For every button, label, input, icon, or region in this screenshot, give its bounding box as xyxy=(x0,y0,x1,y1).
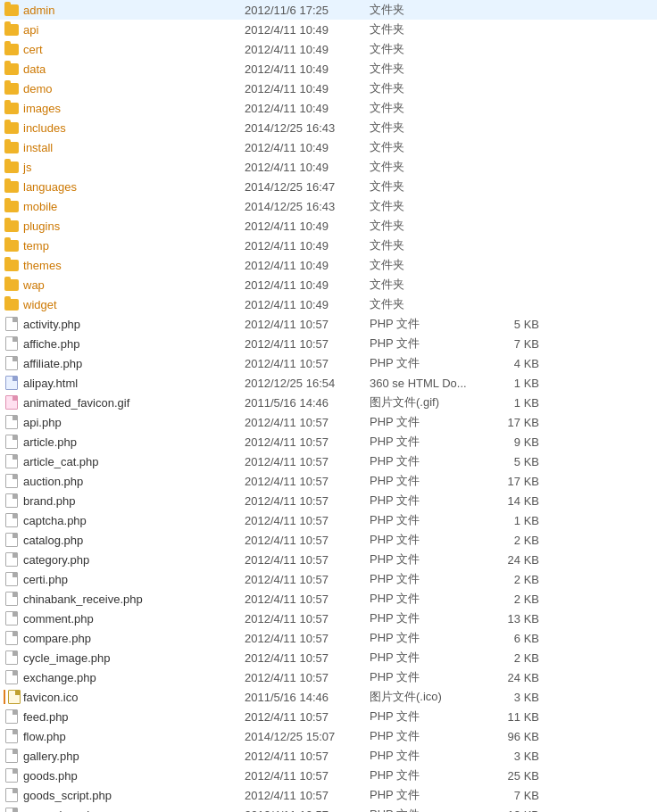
file-size: 14 KB xyxy=(477,494,548,508)
file-size: 1 KB xyxy=(477,514,548,527)
file-type: PHP 文件 xyxy=(370,512,477,528)
file-icon xyxy=(4,434,20,450)
file-icon xyxy=(4,551,20,568)
list-item[interactable]: gallery.php 2012/4/11 10:57 PHP 文件 3 KB xyxy=(0,746,657,766)
list-item[interactable]: comment.php 2012/4/11 10:57 PHP 文件 13 KB xyxy=(0,609,657,628)
file-date: 2012/4/11 10:57 xyxy=(245,357,370,370)
list-item[interactable]: api.php 2012/4/11 10:57 PHP 文件 17 KB xyxy=(0,412,657,432)
file-icon xyxy=(4,2,20,18)
file-date: 2012/4/11 10:49 xyxy=(245,259,370,272)
list-item[interactable]: includes 2014/12/25 16:43 文件夹 xyxy=(0,118,657,137)
file-icon xyxy=(4,257,20,273)
list-item[interactable]: flow.php 2014/12/25 15:07 PHP 文件 96 KB xyxy=(0,726,657,746)
file-size: 2 KB xyxy=(477,534,548,547)
list-item[interactable]: category.php 2012/4/11 10:57 PHP 文件 24 K… xyxy=(0,550,657,569)
list-item[interactable]: widget 2012/4/11 10:49 文件夹 xyxy=(0,294,657,314)
file-date: 2012/4/11 10:57 xyxy=(245,612,370,626)
list-item[interactable]: certi.php 2012/4/11 10:57 PHP 文件 2 KB xyxy=(0,569,657,589)
list-item[interactable]: mobile 2014/12/25 16:43 文件夹 xyxy=(0,196,657,216)
file-type: PHP 文件 xyxy=(370,650,477,666)
file-date: 2012/4/11 10:57 xyxy=(245,494,370,508)
list-item[interactable]: chinabank_receive.php 2012/4/11 10:57 PH… xyxy=(0,589,657,609)
list-item[interactable]: demo 2012/4/11 10:49 文件夹 xyxy=(0,79,657,98)
list-item[interactable]: catalog.php 2012/4/11 10:57 PHP 文件 2 KB xyxy=(0,530,657,550)
list-item[interactable]: languages 2014/12/25 16:47 文件夹 xyxy=(0,177,657,196)
list-item[interactable]: goods.php 2012/4/11 10:57 PHP 文件 25 KB xyxy=(0,766,657,785)
list-item[interactable]: favicon.ico 2011/5/16 14:46 图片文件(.ico) 3… xyxy=(0,687,657,707)
file-date: 2012/4/11 10:57 xyxy=(245,632,370,645)
list-item[interactable]: temp 2012/4/11 10:49 文件夹 xyxy=(0,236,657,255)
file-date: 2012/4/11 10:57 xyxy=(245,710,370,724)
file-size: 5 KB xyxy=(477,455,548,468)
file-size: 17 KB xyxy=(477,416,548,429)
list-item[interactable]: animated_favicon.gif 2011/5/16 14:46 图片文… xyxy=(0,393,657,412)
file-size: 3 KB xyxy=(477,691,548,704)
list-item[interactable]: admin 2012/11/6 17:25 文件夹 xyxy=(0,0,657,20)
list-item[interactable]: affiliate.php 2012/4/11 10:57 PHP 文件 4 K… xyxy=(0,353,657,373)
file-icon xyxy=(4,41,20,57)
file-date: 2012/4/11 10:57 xyxy=(245,455,370,468)
file-date: 2012/4/11 10:49 xyxy=(245,298,370,311)
list-item[interactable]: feed.php 2012/4/11 10:57 PHP 文件 11 KB xyxy=(0,707,657,726)
file-icon xyxy=(4,787,20,803)
file-type: 文件夹 xyxy=(370,296,477,312)
list-item[interactable]: captcha.php 2012/4/11 10:57 PHP 文件 1 KB xyxy=(0,510,657,530)
file-date: 2012/4/11 10:57 xyxy=(245,789,370,802)
file-icon xyxy=(4,159,20,175)
file-date: 2014/12/25 16:43 xyxy=(245,200,370,213)
list-item[interactable]: wap 2012/4/11 10:49 文件夹 xyxy=(0,275,657,294)
list-item[interactable]: affiche.php 2012/4/11 10:57 PHP 文件 7 KB xyxy=(0,334,657,353)
file-name: api xyxy=(4,21,245,37)
file-type: 文件夹 xyxy=(370,277,477,293)
file-date: 2012/4/11 10:49 xyxy=(245,278,370,292)
file-size: 13 KB xyxy=(477,612,548,626)
file-date: 2012/4/11 10:49 xyxy=(245,43,370,56)
file-name: gallery.php xyxy=(4,748,245,764)
list-item[interactable]: images 2012/4/11 10:49 文件夹 xyxy=(0,98,657,118)
list-item[interactable]: exchange.php 2012/4/11 10:57 PHP 文件 24 K… xyxy=(0,667,657,687)
file-type: PHP 文件 xyxy=(370,316,477,332)
file-icon xyxy=(4,767,20,783)
file-icon xyxy=(4,21,20,37)
list-item[interactable]: brand.php 2012/4/11 10:57 PHP 文件 14 KB xyxy=(0,491,657,510)
file-size: 1 KB xyxy=(477,396,548,410)
list-item[interactable]: install 2012/4/11 10:49 文件夹 xyxy=(0,137,657,157)
list-item[interactable]: themes 2012/4/11 10:49 文件夹 xyxy=(0,255,657,275)
list-item[interactable]: article.php 2012/4/11 10:57 PHP 文件 9 KB xyxy=(0,432,657,452)
file-date: 2012/4/11 10:57 xyxy=(245,750,370,763)
list-item[interactable]: data 2012/4/11 10:49 文件夹 xyxy=(0,59,657,79)
file-name: affiche.php xyxy=(4,336,245,352)
list-item[interactable]: plugins 2012/4/11 10:49 文件夹 xyxy=(0,216,657,236)
file-date: 2012/4/11 10:57 xyxy=(245,808,370,813)
file-icon xyxy=(4,61,20,77)
list-item[interactable]: js 2012/4/11 10:49 文件夹 xyxy=(0,157,657,177)
list-item[interactable]: api 2012/4/11 10:49 文件夹 xyxy=(0,20,657,39)
list-item[interactable]: cycle_image.php 2012/4/11 10:57 PHP 文件 2… xyxy=(0,648,657,667)
file-name: languages xyxy=(4,178,245,195)
file-type: PHP 文件 xyxy=(370,610,477,626)
file-name: themes xyxy=(4,257,245,273)
file-name: article.php xyxy=(4,434,245,450)
file-icon xyxy=(4,532,20,548)
file-type: PHP 文件 xyxy=(370,336,477,352)
file-type: 文件夹 xyxy=(370,178,477,195)
list-item[interactable]: goods_script.php 2012/4/11 10:57 PHP 文件 … xyxy=(0,785,657,805)
file-type: PHP 文件 xyxy=(370,708,477,725)
file-type: PHP 文件 xyxy=(370,669,477,685)
list-item[interactable]: compare.php 2012/4/11 10:57 PHP 文件 6 KB xyxy=(0,628,657,648)
file-icon xyxy=(4,120,20,136)
file-icon xyxy=(4,473,20,489)
file-type: 文件夹 xyxy=(370,21,477,37)
list-item[interactable]: activity.php 2012/4/11 10:57 PHP 文件 5 KB xyxy=(0,314,657,334)
list-item[interactable]: alipay.html 2012/12/25 16:54 360 se HTML… xyxy=(0,373,657,393)
file-name: wap xyxy=(4,277,245,293)
file-size: 7 KB xyxy=(477,789,548,802)
file-type: 360 se HTML Do... xyxy=(370,377,477,390)
list-item[interactable]: auction.php 2012/4/11 10:57 PHP 文件 17 KB xyxy=(0,471,657,491)
list-item[interactable]: cert 2012/4/11 10:49 文件夹 xyxy=(0,39,657,59)
file-type: PHP 文件 xyxy=(370,473,477,489)
file-icon xyxy=(4,650,20,666)
list-item[interactable]: article_cat.php 2012/4/11 10:57 PHP 文件 5… xyxy=(0,452,657,471)
file-size: 2 KB xyxy=(477,592,548,606)
list-item[interactable]: group_buy.php 2012/4/11 10:57 PHP 文件 13 … xyxy=(0,805,657,812)
